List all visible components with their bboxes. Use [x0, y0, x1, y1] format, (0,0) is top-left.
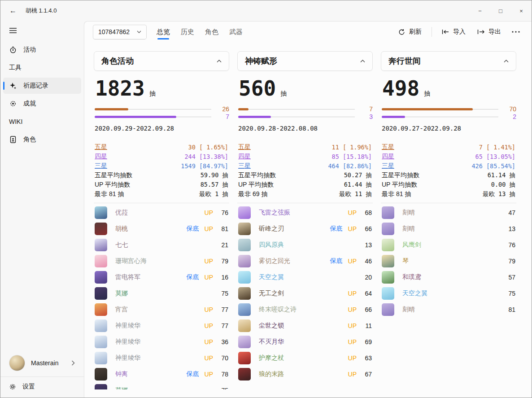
stat-label[interactable]: 三星 [95, 162, 107, 170]
item-name: 琴 [402, 257, 409, 265]
date-range: 2020.09.29-2022.09.28 [95, 125, 229, 132]
item-avatar [382, 287, 394, 300]
banner-header-card[interactable]: 神铸赋形 [237, 51, 373, 71]
maximize-button[interactable]: □ [490, 0, 511, 21]
list-item[interactable]: 风鹰剑 76 [381, 237, 516, 253]
stat-label[interactable]: 三星 [238, 162, 251, 170]
pity-track [382, 108, 498, 110]
chevron-up-icon[interactable] [504, 60, 509, 63]
item-pull-count: 76 [218, 209, 228, 216]
chevron-up-icon[interactable] [360, 60, 365, 63]
list-item[interactable]: 无工之剑 UP 64 [237, 285, 373, 302]
list-item[interactable]: 尘世之锁 UP 11 [237, 318, 373, 334]
back-button[interactable]: ← [4, 3, 22, 19]
sidebar-item-wish-log[interactable]: 祈愿记录 [3, 78, 81, 94]
stat-label[interactable]: 五星 [238, 143, 251, 151]
user-account-button[interactable]: Masterain [3, 350, 81, 376]
list-item[interactable]: 刻晴 13 [381, 221, 516, 237]
list-item[interactable]: 和璞鸢 57 [381, 269, 516, 285]
list-item[interactable]: 琴 79 [381, 253, 516, 269]
list-item[interactable]: 神里绫华 UP 77 [94, 318, 229, 334]
minimize-button[interactable]: − [470, 0, 490, 21]
back-arrow-icon: ← [9, 7, 17, 15]
item-avatar [238, 255, 251, 267]
list-item[interactable]: 刻晴 47 [381, 205, 516, 221]
list-item[interactable]: 护摩之杖 UP 63 [237, 350, 373, 366]
list-item[interactable]: 天空之翼 75 [381, 285, 516, 302]
stat-row: 四星 244 [13.38%] [95, 152, 228, 161]
uid-selector[interactable]: 107847862 [93, 25, 147, 39]
list-item[interactable]: 雾切之回光 保底 UP 46 [237, 253, 373, 269]
refresh-button[interactable]: 刷新 [394, 25, 426, 39]
banner-header-card[interactable]: 奔行世间 [381, 51, 516, 71]
pity-value: 3 [358, 113, 373, 121]
tab-history[interactable]: 历史 [181, 22, 194, 42]
close-button[interactable]: × [511, 0, 532, 21]
guarantee-badge: 保底 [187, 273, 199, 281]
stat-label[interactable]: 四星 [238, 153, 251, 161]
banner-header-card[interactable]: 角色活动 [94, 51, 229, 71]
export-button[interactable]: 导出 [473, 25, 506, 39]
tab-overview[interactable]: 总览 [157, 22, 170, 42]
item-pull-count: 81 [506, 306, 515, 313]
more-options-button[interactable] [508, 28, 523, 35]
list-item[interactable]: 斫峰之刃 保底 UP 66 [237, 221, 373, 237]
sidebar-item-character-wiki[interactable]: 角色 [3, 131, 81, 148]
stat-label[interactable]: 四星 [95, 153, 107, 161]
item-pull-count: 21 [218, 241, 228, 249]
tab-weapon[interactable]: 武器 [229, 22, 243, 42]
item-pull-count: 66 [362, 306, 372, 313]
list-item[interactable]: 莫娜 75 [94, 285, 229, 302]
list-item[interactable]: 刻晴 81 [381, 302, 516, 318]
list-item[interactable]: 珊瑚宫心海 UP 79 [94, 253, 229, 269]
list-item[interactable]: 七七 21 [94, 237, 229, 253]
item-name: 刻晴 [402, 209, 415, 217]
stat-label[interactable]: 四星 [382, 153, 394, 161]
list-item[interactable]: 天空之翼 20 [237, 269, 373, 285]
hamburger-menu-button[interactable] [4, 23, 22, 38]
stat-label[interactable]: 五星 [95, 143, 107, 151]
stat-label[interactable]: 三星 [382, 162, 394, 170]
pity-progress-bar: 2 [381, 113, 516, 121]
stat-row: 五星 7 [ 1.41%] [382, 142, 515, 152]
list-item[interactable]: 飞雷之弦振 UP 68 [237, 205, 373, 221]
list-item[interactable]: 不灭月华 UP 69 [237, 334, 373, 350]
sidebar-item-label: 活动 [23, 46, 36, 54]
stat-label[interactable]: 五星 [382, 143, 394, 151]
list-item[interactable]: 莫娜 75 [94, 382, 229, 389]
list-item[interactable]: 四风原典 13 [237, 237, 373, 253]
list-item[interactable]: 宵宫 UP 77 [94, 302, 229, 318]
sidebar-item-achievements[interactable]: 成就 [3, 96, 81, 112]
sidebar-section-tools: 工具 [3, 60, 81, 76]
item-avatar [95, 271, 107, 284]
item-pull-count: 46 [362, 258, 372, 265]
sidebar-item-activities[interactable]: 活动 [3, 42, 81, 58]
list-item[interactable]: 终末嗟叹之诗 UP 66 [237, 302, 373, 318]
banner-column: 角色活动 1823 抽 26 7 2020.09.29-2022.09.28 五… [94, 51, 229, 389]
list-item[interactable]: 优菈 UP 76 [94, 205, 229, 221]
list-item[interactable]: 狼的末路 UP 67 [237, 366, 373, 382]
item-name: 雷电将军 [115, 273, 140, 281]
sidebar-item-settings[interactable]: 设置 [3, 378, 81, 396]
item-name: 无工之剑 [259, 289, 284, 297]
settings-label: 设置 [22, 383, 35, 391]
item-pull-count: 76 [506, 241, 515, 249]
stats-divider [237, 203, 373, 203]
list-item[interactable]: 神里绫华 UP 70 [94, 350, 229, 366]
import-button[interactable]: 导入 [437, 25, 470, 39]
list-item[interactable]: 钟离 保底 UP 78 [94, 366, 229, 382]
stat-value: 61.44 抽 [344, 181, 372, 189]
stat-row: 三星 464 [82.86%] [238, 161, 372, 171]
guarantee-badge: 保底 [187, 225, 199, 233]
stat-label: 五星平均抽数 [238, 171, 276, 179]
item-pull-count: 78 [218, 371, 228, 378]
list-item[interactable]: 神里绫华 UP 36 [94, 334, 229, 350]
tab-character[interactable]: 角色 [205, 22, 218, 42]
date-range: 2020.09.27-2022.09.28 [382, 125, 516, 132]
toolbar-divider [432, 27, 432, 37]
item-pull-count: 77 [218, 322, 228, 329]
list-item[interactable]: 雷电将军 保底 UP 16 [94, 269, 229, 285]
sidebar-item-label: 成就 [23, 100, 36, 108]
chevron-up-icon[interactable] [217, 60, 222, 63]
list-item[interactable]: 胡桃 保底 UP 81 [94, 221, 229, 237]
